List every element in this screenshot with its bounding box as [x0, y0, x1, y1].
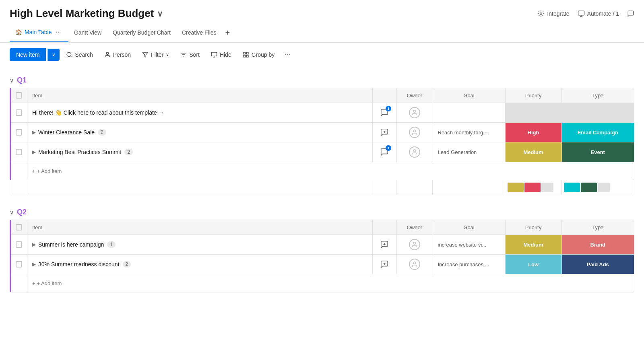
tab-main-table[interactable]: 🏠 Main Table ···	[10, 23, 68, 42]
row-owner-cell[interactable]	[396, 235, 433, 255]
col-item-header: Item	[27, 88, 373, 103]
tab-main-table-more[interactable]: ···	[54, 27, 62, 37]
title-chevron-icon[interactable]: ∨	[157, 9, 163, 19]
automate-button[interactable]: Automate / 1	[578, 10, 619, 17]
add-icon: +	[32, 168, 35, 174]
add-item-button[interactable]: + + Add item	[27, 276, 634, 290]
sort-icon	[180, 51, 187, 58]
filter-button[interactable]: Filter ∨	[137, 49, 174, 61]
chat-bubble-icon[interactable]: 1	[379, 146, 390, 158]
add-tab-button[interactable]: +	[222, 27, 233, 39]
row-chat-cell[interactable]	[372, 235, 396, 255]
q2-group-header[interactable]: ∨ Q2	[0, 205, 644, 220]
row-item-cell[interactable]: ▶ Winter Clearance Sale 2	[27, 123, 373, 142]
header-checkbox[interactable]	[16, 224, 22, 230]
new-item-dropdown-button[interactable]: ∨	[47, 49, 60, 61]
q1-title: Q1	[17, 76, 27, 84]
item-badge: 2	[123, 261, 131, 267]
hide-button[interactable]: Hide	[206, 49, 236, 61]
q1-group-header[interactable]: ∨ Q1	[0, 73, 644, 88]
sort-button[interactable]: Sort	[175, 49, 204, 61]
chat-button[interactable]	[627, 10, 634, 17]
row-expand-icon[interactable]: ▶	[32, 130, 36, 135]
row-expand-icon[interactable]: ▶	[32, 261, 36, 267]
type-tag: Paid Ads	[562, 259, 634, 270]
row-chat-cell[interactable]	[372, 255, 396, 274]
col-owner-header: Owner	[396, 220, 433, 235]
row-checkbox-cell	[11, 255, 27, 274]
q2-header-row: Item Owner Goal Priority Type	[11, 220, 634, 235]
search-button[interactable]: Search	[61, 49, 97, 61]
new-item-label: New item	[16, 51, 39, 58]
q1-summary-bar	[10, 180, 634, 195]
q2-title: Q2	[17, 208, 27, 216]
q1-collapse-icon: ∨	[10, 77, 14, 84]
row-goal-cell: Reach monthly targ...	[433, 123, 505, 142]
row-checkbox[interactable]	[16, 129, 22, 136]
tab-creative-files[interactable]: Creative Files	[176, 25, 222, 40]
notif-badge: 1	[386, 145, 391, 151]
new-item-button[interactable]: New item	[10, 48, 46, 61]
tab-quarterly-label: Quarterly Budget Chart	[113, 29, 171, 36]
row-item-cell[interactable]: ▶ 30% Summer madness discount 2	[27, 255, 373, 274]
header-checkbox[interactable]	[16, 92, 22, 99]
row-item-cell[interactable]: ▶ Summer is here campaign 1	[27, 235, 373, 255]
row-priority-cell: Medium	[505, 142, 561, 162]
row-owner-cell[interactable]	[396, 123, 433, 142]
add-item-label: + Add item	[37, 280, 62, 286]
col-type-header: Type	[561, 88, 634, 103]
row-item-cell[interactable]: Hi there! 👋 Click here to read about thi…	[27, 103, 373, 123]
svg-point-3	[106, 52, 108, 54]
tab-quarterly-budget[interactable]: Quarterly Budget Chart	[107, 25, 176, 40]
row-expand-icon[interactable]: ▶	[32, 149, 36, 155]
row-chat-cell[interactable]: 1	[372, 103, 396, 123]
row-owner-cell[interactable]	[396, 142, 433, 162]
add-item-cell[interactable]: + + Add item	[27, 162, 634, 180]
row-type-cell: Email Campaign	[561, 123, 634, 142]
q2-table-inner: Item Owner Goal Priority Type ▶ Summer i…	[11, 220, 634, 292]
row-chat-cell[interactable]: 1	[372, 142, 396, 162]
automate-label: Automate / 1	[587, 10, 619, 17]
summary-priority-col	[505, 180, 561, 195]
row-item-cell[interactable]: ▶ Marketing Best Practices Summit 2	[27, 142, 373, 162]
toolbar-more-button[interactable]: ···	[281, 47, 293, 62]
row-checkbox[interactable]	[16, 149, 22, 155]
add-chat-icon[interactable]	[379, 127, 390, 138]
summary-color-high	[524, 183, 541, 192]
integrate-button[interactable]: Integrate	[537, 10, 569, 17]
avatar	[409, 239, 420, 250]
add-chat-icon[interactable]	[379, 239, 390, 250]
row-checkbox[interactable]	[16, 241, 22, 248]
tabs-bar: 🏠 Main Table ··· Gantt View Quarterly Bu…	[0, 23, 644, 43]
add-item-row[interactable]: + + Add item	[11, 162, 634, 180]
add-item-button[interactable]: + + Add item	[27, 164, 634, 178]
svg-rect-9	[246, 52, 248, 54]
svg-point-0	[540, 12, 542, 14]
table-row: ▶ Summer is here campaign 1	[11, 235, 634, 255]
app-title: High Level Marketing Budget ∨	[10, 7, 163, 20]
row-owner-cell[interactable]	[396, 255, 433, 274]
row-chat-cell[interactable]	[372, 123, 396, 142]
tab-gantt-view[interactable]: Gantt View	[68, 25, 107, 40]
table-row: ▶ Marketing Best Practices Summit 2 1	[11, 142, 634, 162]
row-checkbox-cell	[11, 142, 27, 162]
tab-creative-label: Creative Files	[182, 29, 217, 36]
hide-icon	[211, 51, 217, 58]
add-chat-icon[interactable]	[379, 259, 390, 270]
row-expand-icon[interactable]: ▶	[32, 242, 36, 247]
add-item-row[interactable]: + + Add item	[11, 274, 634, 292]
row-goal-cell: Lead Generation	[433, 142, 505, 162]
summary-color-empty	[541, 183, 553, 192]
row-owner-cell[interactable]	[396, 103, 433, 123]
person-button[interactable]: Person	[99, 49, 136, 61]
tab-main-table-label: Main Table	[25, 29, 52, 35]
row-type-cell: Brand	[561, 235, 634, 255]
row-checkbox[interactable]	[16, 261, 22, 267]
row-goal-cell: increase website vi...	[433, 235, 505, 255]
item-badge: 1	[107, 241, 116, 248]
svg-rect-11	[244, 55, 246, 57]
group-by-button[interactable]: Group by	[238, 49, 280, 61]
add-item-cell[interactable]: + + Add item	[27, 274, 634, 292]
chat-bubble-icon[interactable]: 1	[379, 107, 390, 118]
row-checkbox[interactable]	[16, 109, 22, 116]
